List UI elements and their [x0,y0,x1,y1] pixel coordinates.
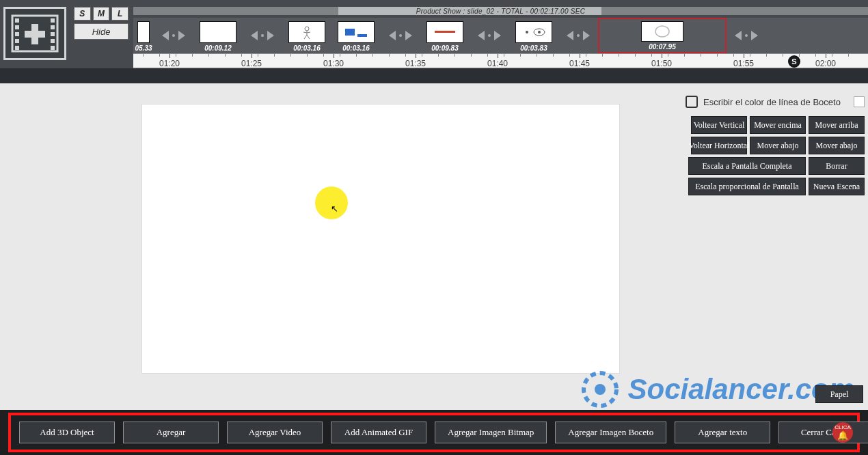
add-bitmap-image-button[interactable]: Agregar Imagen Bitmap [435,422,547,443]
ruler-minor-tick [241,54,242,57]
hide-timeline-button[interactable]: Hide [74,23,128,40]
paper-button[interactable]: Papel [815,385,863,403]
add-sketch-image-button[interactable]: Agregar Imagen Boceto [555,422,666,443]
clip-duration: 00:03.16 [293,44,320,52]
notification-badge[interactable]: CLICA 🔔 [832,422,853,443]
ruler-minor-tick [684,54,685,57]
circle-sketch-icon [650,24,675,39]
ruler-tick: 02:00 [815,54,836,68]
sketch-color-swatch[interactable] [854,96,865,107]
svg-point-24 [577,34,580,37]
transition-icon[interactable] [243,18,282,53]
watermark: Socialancer.com [580,369,854,410]
new-scene-button[interactable]: Nueva Escena [809,178,865,195]
ruler-minor-tick [848,54,849,57]
size-small-button[interactable]: S [74,7,91,20]
clip-duration: 00:07.95 [649,43,675,51]
add-text-button[interactable]: Agregar texto [675,422,770,443]
svg-rect-12 [25,31,45,38]
timeline-panel: S M L Hide Product Show : slide_02 - TOT… [0,0,868,68]
clip-duration: 00:03.83 [520,44,547,52]
svg-rect-4 [15,39,19,43]
svg-rect-6 [51,18,55,23]
add-video-button[interactable]: Agregar Video [227,422,323,443]
flip-horizontal-button[interactable]: Voltear Horizontal [691,137,747,154]
add-3d-object-button[interactable]: Add 3D Object [19,422,115,443]
ruler-minor-tick [602,54,603,57]
svg-point-28 [595,384,606,395]
move-down-button[interactable]: Mover abajo [750,137,806,154]
clip-strip[interactable]: 05.33 00:09.12 00:03.16 00:03.16 [133,18,868,53]
clip-item[interactable]: 05.33 [133,18,154,53]
scale-full-button[interactable]: Escala a Pantalla Completa [688,157,806,175]
ruler-minor-tick [701,54,701,57]
flip-vertical-button[interactable]: Voltear Vertical [691,116,747,134]
svg-point-26 [745,34,748,37]
ruler-minor-tick [356,54,357,57]
clip-item[interactable]: 00:09.83 [420,18,470,53]
svg-rect-1 [15,18,19,23]
svg-point-22 [538,31,541,33]
svg-point-23 [526,31,528,33]
transition-icon[interactable] [154,18,193,53]
transition-icon[interactable] [470,18,509,53]
move-down-button-2[interactable]: Mover abajo [809,137,865,154]
ruler-minor-tick [372,54,373,57]
playhead-scrubber[interactable]: S [788,55,800,68]
ruler-tick: 01:55 [733,54,754,68]
ruler-tick: 01:45 [569,54,590,68]
ruler-minor-tick [717,54,718,57]
move-up-button[interactable]: Mover arriba [809,116,865,134]
size-medium-button[interactable]: M [93,7,110,20]
move-over-button[interactable]: Mover encima [750,116,806,134]
ruler-minor-tick [487,54,488,57]
cursor-highlight-icon [315,187,348,219]
scale-proportional-button[interactable]: Escala proporcional de Pantalla [688,178,806,195]
sketch-color-checkbox[interactable] [686,96,698,108]
ruler-minor-tick [225,54,226,57]
ruler-minor-tick [569,54,570,57]
svg-rect-2 [15,25,19,29]
transition-icon[interactable] [727,18,766,53]
ruler-minor-tick [766,54,767,57]
svg-rect-19 [435,31,455,33]
ruler-minor-tick [504,54,504,57]
clip-item[interactable]: 00:03.16 [282,18,331,53]
ruler-minor-tick [323,54,324,57]
transition-icon[interactable] [558,18,598,53]
clip-item-selected[interactable]: 00:07.95 [598,18,727,53]
ruler-minor-tick [668,54,668,57]
ruler-minor-tick [143,54,144,57]
ruler-minor-tick [619,54,619,57]
ruler-minor-tick [471,54,472,57]
clip-item[interactable]: 00:03.83 [509,18,558,53]
ruler-minor-tick [438,54,439,57]
ruler-tick: 01:25 [241,54,262,68]
ruler-minor-tick [159,54,160,57]
delete-button[interactable]: Borrar [809,157,865,175]
add-animated-gif-button[interactable]: Add Animated GIF [331,422,426,443]
badge-label: CLICA [835,424,851,430]
svg-rect-9 [51,39,55,43]
product-icon [342,25,370,40]
bottom-action-bar: Add 3D Object Agregar Agregar Video Add … [0,410,868,455]
add-button[interactable]: Agregar [123,422,219,443]
time-ruler[interactable]: 01:20 01:25 01:30 01:35 01:40 01:45 01:5… [133,53,868,68]
canvas-stage[interactable]: ↖ [141,104,620,374]
sketch-color-label: Escribir el color de línea de Boceto [703,97,841,107]
clip-item[interactable]: 00:09.12 [193,18,243,53]
clip-item[interactable]: 00:03.16 [331,18,381,53]
add-media-button[interactable] [3,7,66,60]
clip-duration: 00:09.83 [431,44,458,52]
ruler-minor-tick [176,54,176,57]
project-title-text: Product Show : slide_02 - TOTAL - 00:02:… [416,8,586,15]
close-canvas-button[interactable]: Cerrar Canvas [778,422,868,443]
ruler-tick: 01:30 [323,54,344,68]
size-large-button[interactable]: L [111,7,128,20]
ruler-tick: 01:40 [487,54,508,68]
transition-icon[interactable] [381,18,420,53]
toolbar-divider [0,68,868,83]
view-size-controls: S M L Hide [74,7,128,40]
ruler-minor-tick [815,54,816,57]
ruler-minor-tick [520,54,521,57]
